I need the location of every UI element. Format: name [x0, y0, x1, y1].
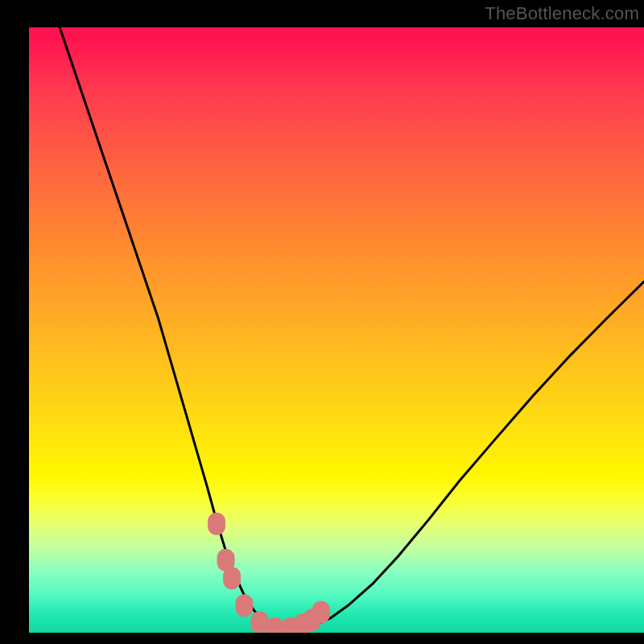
curve-layer — [29, 27, 644, 633]
curve-marker — [312, 601, 330, 623]
outer-frame: TheBottleneck.com — [0, 0, 644, 644]
curve-marker — [208, 513, 225, 535]
curve-marker — [266, 617, 284, 633]
plot-area — [29, 27, 644, 633]
watermark-text: TheBottleneck.com — [485, 3, 639, 24]
curve-marker — [223, 567, 241, 589]
curve-marker — [235, 594, 253, 617]
curve-marker — [251, 611, 269, 633]
bottleneck-curve — [29, 27, 644, 630]
